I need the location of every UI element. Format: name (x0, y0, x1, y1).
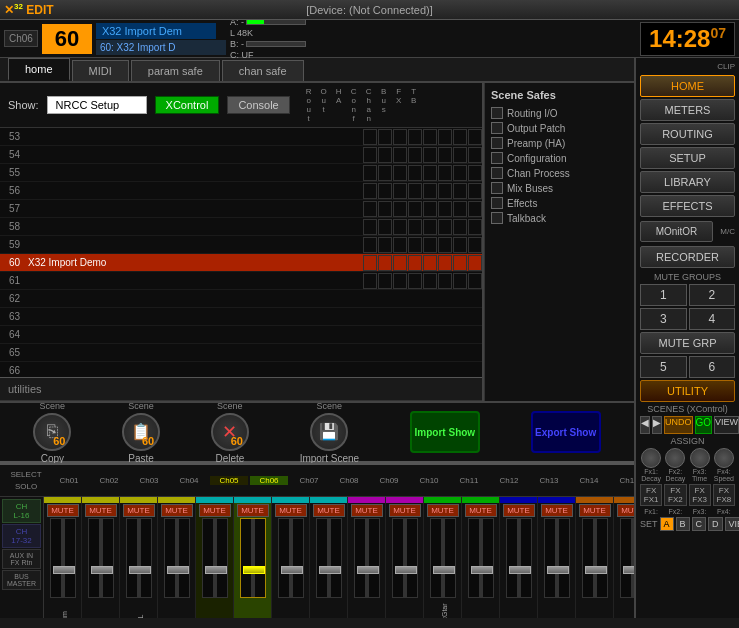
fader-05[interactable] (202, 518, 228, 598)
mute-grp-4[interactable]: 4 (689, 308, 736, 330)
copy-button[interactable]: ⎘ 60 (33, 413, 71, 451)
show-name[interactable]: NRCC Setup (47, 96, 147, 114)
mute-grp-3[interactable]: 3 (640, 308, 687, 330)
fx-knob-2-knob[interactable] (665, 448, 685, 468)
safe-checkbox-output-patch[interactable] (491, 122, 503, 134)
safe-checkbox-mix-buses[interactable] (491, 182, 503, 194)
home-button[interactable]: HOME (640, 75, 735, 97)
mute-16[interactable]: MUTE (617, 504, 635, 517)
view-button[interactable]: VIEW (714, 416, 739, 434)
delete-button[interactable]: ✕ 60 (211, 413, 249, 451)
export-show-button[interactable]: Export Show (531, 411, 601, 453)
scene-row[interactable]: 61 (0, 272, 482, 290)
effects-button[interactable]: EFFECTS (640, 195, 735, 217)
tab-chan-safe[interactable]: chan safe (222, 60, 304, 81)
ch-1-16-button[interactable]: CHL-16 (2, 499, 41, 523)
safe-checkbox-routing-io[interactable] (491, 107, 503, 119)
scene-row-active[interactable]: 60 X32 Import Demo (0, 254, 482, 272)
tab-home[interactable]: home (8, 58, 70, 81)
mute-07[interactable]: MUTE (275, 504, 307, 517)
fx-knob-3-knob[interactable] (690, 448, 710, 468)
aux-in-fx-button[interactable]: AUX INFX Rtn (2, 549, 41, 569)
fader-10[interactable] (392, 518, 418, 598)
ch-17-32-button[interactable]: CH17-32 (2, 524, 41, 548)
fader-06[interactable] (240, 518, 266, 598)
fader-14[interactable] (544, 518, 570, 598)
scene-row[interactable]: 59 (0, 236, 482, 254)
safe-checkbox-configuration[interactable] (491, 152, 503, 164)
import-show-button[interactable]: Import Show (410, 411, 480, 453)
mute-grp-2[interactable]: 2 (689, 284, 736, 306)
bus-master-button[interactable]: BUSMASTER (2, 570, 41, 590)
recorder-button[interactable]: RECORDER (640, 246, 735, 268)
mute-05[interactable]: MUTE (199, 504, 231, 517)
mute-04[interactable]: MUTE (161, 504, 193, 517)
mute-13[interactable]: MUTE (503, 504, 535, 517)
scene-row[interactable]: 56 (0, 182, 482, 200)
mute-08[interactable]: MUTE (313, 504, 345, 517)
library-button[interactable]: LIBRARY (640, 171, 735, 193)
setup-button[interactable]: SETUP (640, 147, 735, 169)
fader-13[interactable] (506, 518, 532, 598)
scene-row[interactable]: 54 (0, 146, 482, 164)
scene-row[interactable]: 62 (0, 290, 482, 308)
set-btn-c[interactable]: C (692, 517, 707, 531)
monitor-button[interactable]: MOnitOR (640, 221, 713, 242)
set-btn-d[interactable]: D (708, 517, 723, 531)
mute-03[interactable]: MUTE (123, 504, 155, 517)
fx-knob-1-knob[interactable] (641, 448, 661, 468)
fader-11[interactable] (430, 518, 456, 598)
set-btn-a[interactable]: A (660, 517, 674, 531)
scenes-prev[interactable]: ◀ (640, 416, 650, 434)
mute-10[interactable]: MUTE (389, 504, 421, 517)
fx-btn-2[interactable]: FX FX2 (664, 484, 686, 506)
safe-checkbox-preamp[interactable] (491, 137, 503, 149)
utility-button[interactable]: UTILITY (640, 380, 735, 402)
mute-grp-5[interactable]: 5 (640, 356, 687, 378)
fx-btn-3[interactable]: FX FX3 (689, 484, 711, 506)
routing-button[interactable]: ROUTING (640, 123, 735, 145)
go-button[interactable]: GO (695, 416, 713, 434)
fader-16[interactable] (620, 518, 635, 598)
fader-01[interactable] (50, 518, 76, 598)
console-button[interactable]: Console (227, 96, 289, 114)
mute-02[interactable]: MUTE (85, 504, 117, 517)
mute-09[interactable]: MUTE (351, 504, 383, 517)
fader-15[interactable] (582, 518, 608, 598)
safe-checkbox-talkback[interactable] (491, 212, 503, 224)
fader-09[interactable] (354, 518, 380, 598)
fx-knob-4-knob[interactable] (714, 448, 734, 468)
mute-11[interactable]: MUTE (427, 504, 459, 517)
scene-row[interactable]: 53 (0, 128, 482, 146)
mute-15[interactable]: MUTE (579, 504, 611, 517)
scene-row[interactable]: 66 (0, 362, 482, 377)
mute-grp-button[interactable]: MUTE GRP (640, 332, 735, 354)
import-scene-button[interactable]: 💾 (310, 413, 348, 451)
tab-midi[interactable]: MIDI (72, 60, 129, 81)
xcontrol-button[interactable]: XControl (155, 96, 220, 114)
paste-button[interactable]: 📋 60 (122, 413, 160, 451)
scene-row[interactable]: 64 (0, 326, 482, 344)
mute-12[interactable]: MUTE (465, 504, 497, 517)
fx-btn-4[interactable]: FX FX8 (713, 484, 735, 506)
scenes-next[interactable]: ▶ (652, 416, 662, 434)
fader-12[interactable] (468, 518, 494, 598)
mute-14[interactable]: MUTE (541, 504, 573, 517)
scene-row[interactable]: 55 (0, 164, 482, 182)
mute-01[interactable]: MUTE (47, 504, 79, 517)
undo-button[interactable]: UNDO (664, 416, 693, 434)
fader-08[interactable] (316, 518, 342, 598)
fader-03[interactable] (126, 518, 152, 598)
fader-07[interactable] (278, 518, 304, 598)
tab-param-safe[interactable]: param safe (131, 60, 220, 81)
fader-02[interactable] (88, 518, 114, 598)
set-btn-view[interactable]: VIEW (725, 517, 739, 531)
meters-button[interactable]: METERS (640, 99, 735, 121)
scene-row[interactable]: 63 (0, 308, 482, 326)
safe-checkbox-chan-process[interactable] (491, 167, 503, 179)
mute-06[interactable]: MUTE (237, 504, 269, 517)
scene-row[interactable]: 57 (0, 200, 482, 218)
mute-grp-1[interactable]: 1 (640, 284, 687, 306)
set-btn-b[interactable]: B (676, 517, 690, 531)
fx-btn-1[interactable]: FX FX1 (640, 484, 662, 506)
